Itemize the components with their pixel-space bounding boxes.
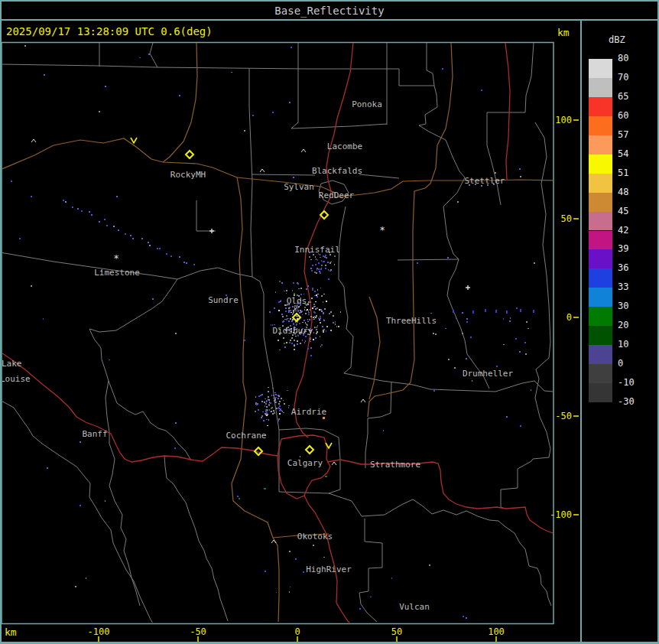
star-marker: * bbox=[379, 225, 385, 236]
city-label-cochrane: Cochrane bbox=[226, 431, 267, 441]
city-label-calgary: Calgary bbox=[287, 458, 323, 468]
boundary-line bbox=[0, 64, 434, 86]
bottom-axis-tick-label: -100 bbox=[88, 626, 110, 637]
city-label-ponoka: Ponoka bbox=[352, 99, 382, 109]
bottom-axis: -100-50050100km bbox=[5, 626, 505, 642]
map-content: **PonokaLacombeBlackfaldsRockyMHSylvanRe… bbox=[0, 43, 555, 623]
highway-line bbox=[505, 43, 510, 181]
city-label-rockymh: RockyMH bbox=[170, 170, 206, 180]
right-axis: 100500-50-100 bbox=[550, 115, 579, 520]
boundary-line bbox=[413, 499, 551, 606]
caret-marker bbox=[31, 139, 36, 142]
road-line bbox=[369, 297, 380, 399]
right-axis-tick-label: 100 bbox=[555, 115, 572, 125]
caret-marker bbox=[361, 399, 365, 402]
highway-line bbox=[0, 352, 278, 462]
boundary-line bbox=[177, 268, 279, 430]
caret-marker bbox=[301, 149, 306, 152]
city-label-banff: Banff bbox=[82, 429, 107, 439]
road-line bbox=[335, 180, 555, 197]
plus-marker bbox=[466, 285, 470, 290]
caret-marker bbox=[332, 462, 336, 465]
boundary-line bbox=[196, 200, 216, 231]
checkmark-marker bbox=[326, 443, 332, 448]
bottom-axis-tick-label: 50 bbox=[391, 626, 402, 637]
boundary-line bbox=[164, 456, 228, 621]
caret-marker bbox=[271, 540, 276, 543]
radar-site-marker bbox=[306, 446, 313, 454]
bottom-axis-unit-label: km bbox=[5, 626, 17, 638]
boundary-line bbox=[344, 373, 430, 389]
city-label-airdrie: Airdrie bbox=[291, 407, 326, 417]
bottom-axis-tick-label: 0 bbox=[294, 626, 300, 637]
boundary-line bbox=[252, 174, 315, 175]
right-axis-tick-label: -100 bbox=[550, 509, 572, 520]
caret-marker bbox=[260, 169, 265, 172]
city-label-okotoks: Okotoks bbox=[297, 532, 333, 542]
highway-line bbox=[327, 460, 553, 533]
right-axis-tick-label: 0 bbox=[566, 312, 572, 323]
city-label-strathmore: Strathmore bbox=[370, 460, 420, 470]
right-axis-tick-label: 50 bbox=[561, 213, 572, 224]
highway-line bbox=[304, 496, 350, 623]
star-marker: * bbox=[113, 253, 118, 264]
bottom-axis-tick-label: -50 bbox=[190, 626, 206, 637]
city-label-lake: Lake bbox=[2, 359, 22, 369]
checkmark-marker bbox=[131, 138, 137, 143]
boundary-line bbox=[329, 493, 413, 516]
city-label-innisfail: Innisfail bbox=[294, 245, 340, 255]
boundary-line bbox=[398, 259, 459, 260]
boundary-line bbox=[291, 43, 387, 128]
city-label-didsbury: Didsbury bbox=[273, 326, 313, 336]
city-label-stettler: Stettler bbox=[465, 176, 505, 186]
city-label-limestone: Limestone bbox=[94, 268, 140, 278]
radar-app-window: Base_Reflectivity 2025/09/17 13:28:09 UT… bbox=[0, 0, 659, 644]
boundary-line bbox=[0, 400, 153, 623]
plus-marker bbox=[209, 229, 214, 233]
city-label-sylvan: Sylvan bbox=[284, 182, 314, 192]
city-label-sundre: Sundre bbox=[208, 295, 239, 305]
city-label-threehills: ThreeHills bbox=[386, 316, 437, 326]
boundary-line bbox=[359, 519, 382, 622]
road-line bbox=[163, 43, 197, 162]
orange-dot-marker bbox=[323, 417, 325, 419]
city-label-louise: Louise bbox=[0, 374, 31, 384]
radar-map-display[interactable]: **PonokaLacombeBlackfaldsRockyMHSylvanRe… bbox=[0, 0, 659, 644]
city-label-blackfalds: Blackfalds bbox=[312, 166, 362, 176]
city-label-vulcan: Vulcan bbox=[399, 602, 430, 612]
boundary-line bbox=[359, 174, 399, 178]
boundary-line bbox=[0, 252, 177, 279]
boundary-line bbox=[249, 69, 252, 277]
city-labels: PonokaLacombeBlackfaldsRockyMHSylvanRedD… bbox=[0, 99, 513, 612]
city-label-drumheller: Drumheller bbox=[463, 369, 514, 379]
right-axis-tick-label: -50 bbox=[555, 411, 572, 421]
boundary-line bbox=[150, 43, 157, 67]
radar-site-marker bbox=[186, 151, 193, 158]
map-markers: ** bbox=[31, 138, 470, 543]
bottom-axis-tick-label: 100 bbox=[488, 626, 505, 637]
road-line bbox=[232, 177, 279, 622]
highway-line bbox=[294, 43, 353, 437]
city-label-olds: Olds bbox=[287, 296, 307, 306]
city-label-lacombe: Lacombe bbox=[327, 141, 362, 151]
boundary-line bbox=[339, 207, 353, 373]
city-label-highriver: HighRiver bbox=[306, 564, 352, 574]
city-label-reddeer: RedDeer bbox=[319, 190, 355, 200]
boundary-line bbox=[430, 381, 553, 392]
boundary-line bbox=[419, 43, 489, 389]
